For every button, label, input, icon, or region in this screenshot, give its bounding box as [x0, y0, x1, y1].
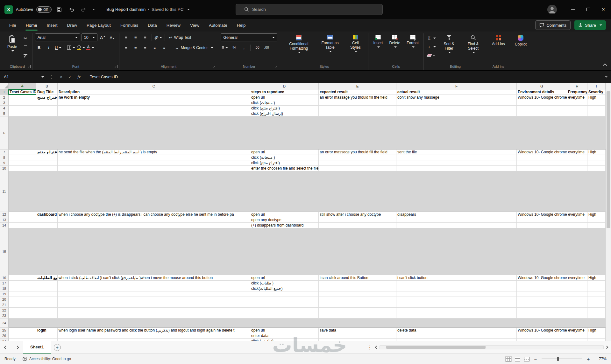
cell-D2[interactable]: open url	[250, 95, 319, 100]
row-header-27[interactable]: 27	[0, 339, 9, 341]
formula-input[interactable]: Teset Cases ID	[85, 71, 600, 83]
cell-A7[interactable]	[9, 150, 36, 155]
minimize-button[interactable]	[565, 0, 580, 19]
cell-D20[interactable]	[250, 297, 319, 302]
row-header-21[interactable]: 21	[0, 302, 9, 308]
cell-E19[interactable]	[319, 291, 396, 297]
orientation-button[interactable]: ab	[154, 33, 162, 41]
column-header-G[interactable]: G	[517, 83, 567, 89]
number-dialog-launcher[interactable]	[275, 65, 278, 68]
cell-D4[interactable]: click (اقتراح منتج)	[250, 106, 319, 111]
cell-F19[interactable]	[396, 291, 517, 297]
cell-D17[interactable]: click (طلبات )	[250, 281, 319, 286]
enter-entry-button[interactable]: ✓	[66, 73, 74, 81]
percent-style-button[interactable]: %	[230, 44, 238, 52]
cell-G16[interactable]: Windows 10- Google chrome	[517, 275, 567, 281]
cancel-entry-button[interactable]: ×	[57, 73, 65, 81]
cell-G19[interactable]	[517, 291, 567, 297]
cell-B18[interactable]	[36, 286, 58, 291]
row-header-3[interactable]: 3	[0, 100, 9, 106]
comma-style-button[interactable]: ,	[240, 44, 248, 52]
cell-D21[interactable]	[250, 302, 319, 308]
delete-cells-button[interactable]: Delete	[387, 33, 402, 49]
cell-E16[interactable]: i can click around this Button	[319, 275, 396, 281]
cell-E8[interactable]	[319, 155, 396, 160]
autosave-toggle[interactable]: Off	[36, 6, 52, 13]
page-layout-view-button[interactable]	[515, 357, 520, 361]
cell-D7[interactable]: open url	[250, 150, 319, 155]
cell-I16[interactable]: High	[587, 275, 606, 281]
cell-D1[interactable]: steps to repoduce	[250, 89, 319, 95]
cell-D27[interactable]: click (تذكرني)	[250, 339, 319, 341]
cell-C4[interactable]	[58, 106, 250, 111]
cell-F16[interactable]: i can't click button	[396, 275, 517, 281]
cell-H7[interactable]: everytime	[567, 150, 587, 155]
cell-F21[interactable]	[396, 302, 517, 308]
cell-E1[interactable]: expected result	[319, 89, 396, 95]
cell-F3[interactable]	[396, 100, 517, 106]
cell-C10[interactable]	[58, 166, 250, 171]
cell-F22[interactable]	[396, 308, 517, 313]
zoom-slider[interactable]	[542, 359, 582, 359]
cut-button[interactable]: ✂	[21, 34, 30, 42]
format-painter-button[interactable]	[21, 52, 30, 60]
cell-F10[interactable]	[396, 166, 517, 171]
conditional-formatting-button[interactable]: Conditional Formatting	[283, 33, 315, 55]
cell-B5[interactable]	[36, 111, 58, 116]
cell-E7[interactable]: an error massege you thould fill the fie…	[319, 150, 396, 155]
column-header-B[interactable]: B	[36, 83, 58, 89]
cell-F27[interactable]	[396, 339, 517, 341]
row-header-16[interactable]: 16	[0, 275, 9, 281]
cell-H16[interactable]: everytime	[567, 275, 587, 281]
cell-A20[interactable]	[9, 297, 36, 302]
cell-C18[interactable]	[58, 286, 250, 291]
increase-decimal-button[interactable]: .00	[253, 44, 261, 52]
cell-I25[interactable]: High	[587, 328, 606, 333]
cell-C12[interactable]: when i choose any doctype the (+) is dis…	[58, 212, 250, 217]
row-header-20[interactable]: 20	[0, 297, 9, 302]
cell-E3[interactable]	[319, 100, 396, 106]
cell-B1[interactable]: Bug Title	[36, 89, 58, 95]
bold-button[interactable]: B	[35, 44, 43, 52]
zoom-in-button[interactable]: +	[586, 356, 591, 362]
cell-G9[interactable]	[517, 160, 567, 166]
cell-I18[interactable]	[587, 286, 606, 291]
cell-C9[interactable]	[58, 160, 250, 166]
clear-button[interactable]	[426, 51, 436, 59]
cell-E14[interactable]	[319, 223, 396, 228]
fill-color-button[interactable]	[77, 44, 85, 52]
align-center-button[interactable]: ≡	[131, 44, 140, 52]
cell-C23[interactable]	[58, 313, 250, 318]
cell-I5[interactable]	[587, 111, 606, 116]
menu-tab-insert[interactable]: Insert	[43, 19, 62, 32]
merged-gray-region-row-6[interactable]	[9, 116, 606, 150]
font-dialog-launcher[interactable]	[114, 65, 117, 68]
cell-F12[interactable]: disappears	[396, 212, 517, 217]
row-header-6[interactable]: 6	[0, 116, 9, 150]
cell-A1[interactable]: Teset Cases ID	[9, 89, 36, 95]
row-header-15[interactable]: 15	[0, 228, 9, 275]
cell-F4[interactable]	[396, 106, 517, 111]
cell-F2[interactable]: don't show any massege	[396, 95, 517, 100]
copy-button[interactable]	[21, 43, 30, 51]
alignment-dialog-launcher[interactable]	[213, 65, 216, 68]
cell-A5[interactable]	[9, 111, 36, 116]
increase-font-size-button[interactable]: A	[99, 33, 107, 41]
row-header-1[interactable]: 1	[0, 89, 9, 95]
excel-logo-icon[interactable]: X	[4, 5, 13, 14]
cell-D16[interactable]: open url	[250, 275, 319, 281]
cell-F1[interactable]: actual result	[396, 89, 517, 95]
row-header-14[interactable]: 14	[0, 223, 9, 228]
cell-B7[interactable]: اقتراح منتج	[36, 150, 58, 155]
cell-G25[interactable]: Windows 10- Google chrome	[517, 328, 567, 333]
cell-I20[interactable]	[587, 297, 606, 302]
row-header-17[interactable]: 17	[0, 281, 9, 286]
row-header-19[interactable]: 19	[0, 291, 9, 297]
cell-B8[interactable]	[36, 155, 58, 160]
cell-E21[interactable]	[319, 302, 396, 308]
cell-C27[interactable]	[58, 339, 250, 341]
format-as-table-button[interactable]: Format as Table	[316, 33, 343, 54]
cell-D25[interactable]: open url	[250, 328, 319, 333]
cell-D22[interactable]	[250, 308, 319, 313]
cell-H17[interactable]	[567, 281, 587, 286]
